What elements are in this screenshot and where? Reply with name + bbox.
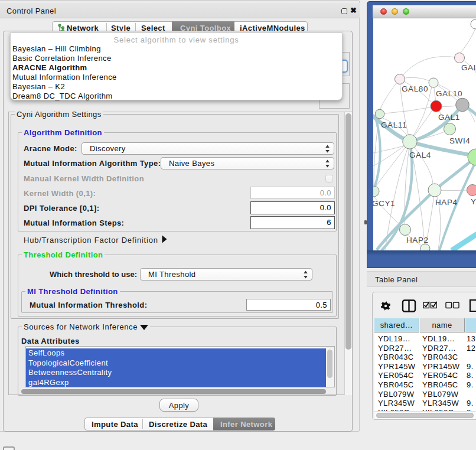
svg-text:HAP2: HAP2 [406, 236, 429, 244]
svg-text:GAL2: GAL2 [461, 63, 476, 72]
svg-text:GCY1: GCY1 [373, 199, 395, 208]
svg-text:YM: YM [471, 197, 476, 206]
svg-text:GAL1: GAL1 [438, 113, 460, 122]
svg-text:GAL4: GAL4 [409, 151, 431, 159]
svg-text:SWI4: SWI4 [449, 136, 470, 145]
svg-text:GAL11: GAL11 [381, 120, 407, 129]
svg-text:GAL80: GAL80 [402, 84, 428, 93]
svg-text:GAL10: GAL10 [436, 89, 462, 98]
svg-text:HAP4: HAP4 [435, 198, 458, 207]
